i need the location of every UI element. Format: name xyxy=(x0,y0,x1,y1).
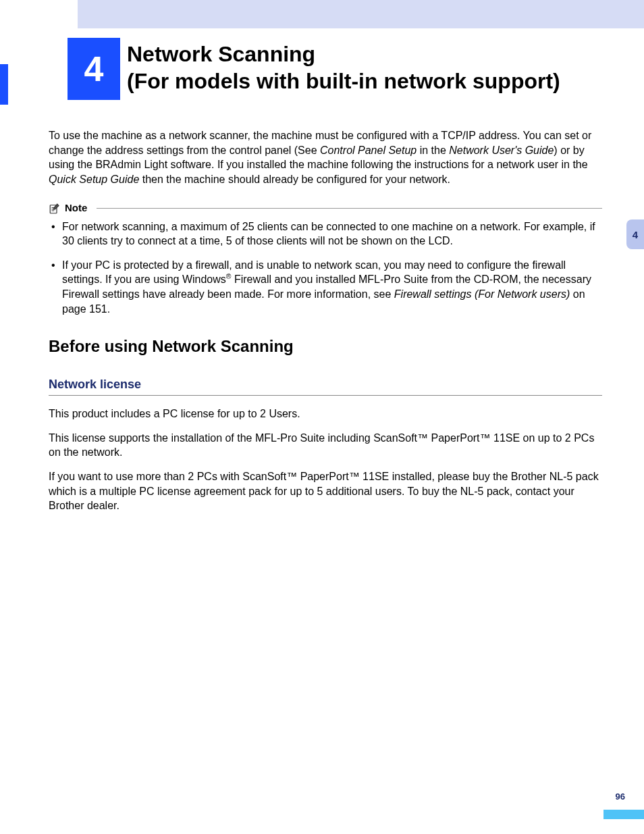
note-label: Note xyxy=(65,201,87,215)
license-paragraph-2: This license supports the installation o… xyxy=(49,431,602,460)
intro-paragraph: To use the machine as a network scanner,… xyxy=(49,128,602,186)
intro-ref-control-panel: Control Panel Setup xyxy=(320,145,417,156)
note-header: Note xyxy=(49,201,602,215)
chapter-side-tab: 4 xyxy=(626,219,644,249)
header-band xyxy=(78,0,644,28)
left-accent-strip xyxy=(0,64,8,105)
note-list: For network scanning, a maximum of 25 cl… xyxy=(49,219,602,317)
note-block: Note For network scanning, a maximum of … xyxy=(49,201,602,316)
note-pencil-icon xyxy=(49,203,61,215)
note-header-rule xyxy=(97,208,602,209)
page-number: 96 xyxy=(616,791,625,802)
intro-text: then the machine should already be confi… xyxy=(139,174,450,185)
section-heading-before-using: Before using Network Scanning xyxy=(49,336,602,357)
chapter-number-box: 4 xyxy=(68,38,120,100)
note-item-1: For network scanning, a maximum of 25 cl… xyxy=(62,219,602,249)
note-ref-firewall: Firewall settings (For Network users) xyxy=(394,288,570,300)
license-paragraph-3: If you want to use more than 2 PCs with … xyxy=(49,469,602,513)
note-item-2: If your PC is protected by a firewall, a… xyxy=(62,258,602,317)
chapter-title: Network Scanning (For models with built-… xyxy=(127,41,632,95)
subsection-heading-network-license: Network license xyxy=(49,376,602,396)
chapter-title-line2: (For models with built-in network suppor… xyxy=(127,69,560,93)
note-item-text: For network scanning, a maximum of 25 cl… xyxy=(62,221,595,247)
footer-accent-strip xyxy=(603,810,644,819)
page-content: To use the machine as a network scanner,… xyxy=(49,128,602,523)
intro-text: in the xyxy=(417,145,449,156)
intro-ref-network-guide: Network User's Guide xyxy=(449,145,554,156)
chapter-title-line1: Network Scanning xyxy=(127,42,315,66)
license-paragraph-1: This product includes a PC license for u… xyxy=(49,407,602,421)
intro-ref-quick-setup: Quick Setup Guide xyxy=(49,174,139,185)
